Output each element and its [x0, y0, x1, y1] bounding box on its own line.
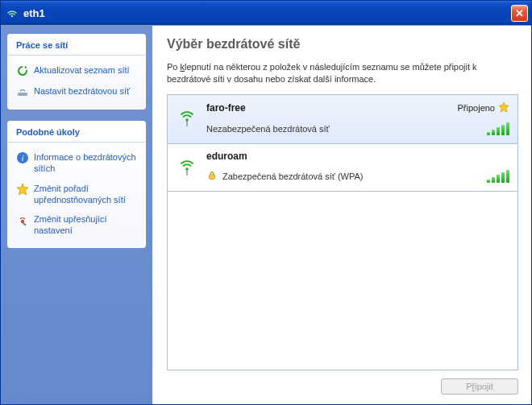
wifi-icon	[6, 6, 19, 19]
network-security: Nezabezpečená bezdrátová síť	[206, 124, 330, 134]
network-info: eduroam	[206, 151, 509, 183]
footer: Připojit	[167, 370, 518, 395]
network-list: faro-free Připojeno	[167, 94, 518, 370]
star-icon	[498, 101, 509, 114]
page-title: Výběr bezdrátové sítě	[167, 37, 518, 52]
titlebar: eth1 ✕	[1, 1, 531, 25]
network-status: Připojeno	[458, 101, 509, 114]
network-security: Zabezpečená bezdrátová síť (WPA)	[206, 170, 364, 183]
panel-header: Podobné úkoly	[8, 122, 145, 143]
window-body: Práce se sítí Aktualizovat seznam sítí	[1, 25, 531, 404]
setup-wireless-icon	[16, 85, 29, 98]
network-name: faro-free	[206, 102, 246, 114]
advanced-settings-icon	[16, 213, 29, 226]
window-title: eth1	[23, 7, 511, 19]
svg-point-0	[11, 15, 14, 18]
security-label: Zabezpečená bezdrátová síť (WPA)	[222, 172, 364, 181]
sidebar-item-change-order[interactable]: Změnit pořadí upřednostňovaných sítí	[13, 179, 140, 210]
network-item[interactable]: eduroam	[168, 144, 517, 192]
sidebar-item-advanced-settings[interactable]: Změnit upřesňující nastavení	[13, 209, 140, 241]
network-detail-row: Nezabezpečená bezdrátová síť	[206, 122, 509, 135]
btn-suf: ipojit	[475, 382, 493, 391]
desc-pre: Po	[167, 62, 181, 72]
info-icon: i	[16, 151, 29, 164]
svg-rect-5	[23, 222, 27, 226]
desc-post: lepnutí na některou z položek v následuj…	[167, 62, 477, 84]
sidebar-item-label: Změnit upřesňující nastavení	[34, 213, 137, 237]
wifi-signal-icon	[176, 101, 198, 135]
content: Výběr bezdrátové sítě Po klepnutí na něk…	[152, 26, 531, 404]
network-info: faro-free Připojeno	[206, 101, 509, 135]
svg-text:i: i	[21, 153, 23, 163]
panel-similar-tasks: Podobné úkoly i Informace o bezdrátových…	[7, 121, 146, 248]
panel-header: Práce se sítí	[8, 35, 145, 56]
wifi-signal-icon	[176, 151, 198, 183]
security-label: Nezabezpečená bezdrátová síť	[206, 124, 330, 134]
sidebar-item-label: Informace o bezdrátových sítích	[34, 151, 137, 175]
svg-rect-1	[18, 93, 27, 96]
network-header-row: faro-free Připojeno	[206, 101, 509, 114]
page-description: Po klepnutí na některou z položek v násl…	[167, 61, 518, 86]
sidebar-item-label: Změnit pořadí upřednostňovaných sítí	[34, 183, 137, 206]
sidebar-item-label: Nastavit bezdrátovou síť	[34, 85, 130, 97]
svg-rect-10	[210, 175, 215, 179]
refresh-icon	[16, 64, 29, 77]
btn-pre: P	[466, 382, 472, 391]
network-detail-row: Zabezpečená bezdrátová síť (WPA)	[206, 170, 509, 183]
close-button[interactable]: ✕	[511, 5, 528, 22]
network-name: eduroam	[206, 151, 247, 162]
connect-button[interactable]: Připojit	[441, 378, 518, 395]
sidebar-item-wireless-info[interactable]: i Informace o bezdrátových sítích	[13, 147, 140, 179]
close-icon: ✕	[515, 8, 524, 19]
sidebar-item-setup-wireless[interactable]: Nastavit bezdrátovou síť	[13, 81, 140, 102]
favorite-icon	[16, 183, 29, 196]
signal-strength-icon	[487, 170, 509, 183]
window: eth1 ✕ Práce se sítí Aktualizovat	[0, 0, 532, 405]
signal-strength-icon	[487, 122, 509, 135]
panel-network-tasks: Práce se sítí Aktualizovat seznam sítí	[7, 34, 146, 110]
svg-rect-9	[186, 170, 187, 176]
network-item[interactable]: faro-free Připojeno	[168, 95, 517, 144]
panel-body: i Informace o bezdrátových sítích Změnit…	[8, 143, 145, 247]
panel-body: Aktualizovat seznam sítí Nastavit bezdrá…	[8, 56, 145, 109]
sidebar-item-refresh[interactable]: Aktualizovat seznam sítí	[13, 60, 140, 81]
sidebar: Práce se sítí Aktualizovat seznam sítí	[1, 26, 152, 404]
sidebar-item-label: Aktualizovat seznam sítí	[34, 64, 130, 76]
lock-icon	[206, 170, 218, 183]
network-header-row: eduroam	[206, 151, 509, 162]
svg-rect-7	[186, 121, 187, 126]
status-label: Připojeno	[458, 103, 495, 113]
